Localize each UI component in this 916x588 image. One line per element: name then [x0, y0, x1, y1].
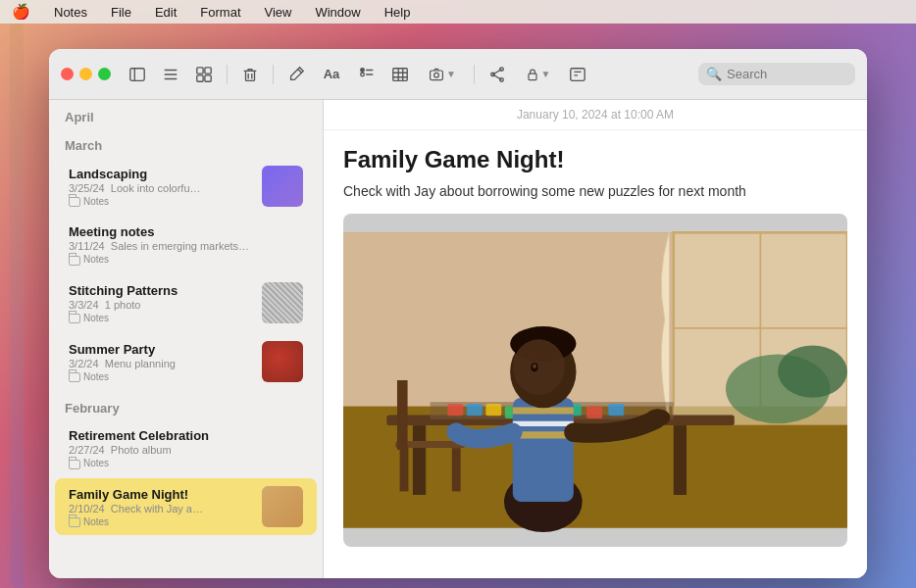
- svg-point-15: [361, 68, 365, 72]
- svg-rect-67: [397, 380, 408, 450]
- note-thumbnail: [262, 486, 303, 527]
- folder-icon: [69, 197, 80, 207]
- svg-rect-43: [413, 425, 426, 495]
- note-title: Retirement Celebration: [69, 428, 303, 443]
- editor-content[interactable]: Family Game Night! Check with Jay about …: [324, 130, 867, 578]
- svg-rect-44: [674, 425, 687, 495]
- note-item-stitching[interactable]: Stitching Patterns 3/3/24 1 photo Notes: [55, 274, 317, 331]
- svg-point-68: [513, 339, 565, 395]
- search-icon: 🔍: [706, 67, 722, 81]
- editor-image: [343, 214, 847, 547]
- note-title: Family Game Night!: [69, 487, 252, 502]
- maximize-button[interactable]: [98, 68, 111, 80]
- svg-rect-6: [205, 67, 211, 73]
- svg-rect-53: [586, 407, 602, 418]
- section-march: March: [49, 128, 323, 157]
- menu-notes[interactable]: Notes: [50, 3, 91, 22]
- svg-rect-9: [246, 71, 255, 80]
- text-format-button[interactable]: Aa: [315, 60, 348, 89]
- new-note-button[interactable]: [281, 60, 311, 89]
- note-tag: Notes: [69, 313, 252, 323]
- note-title: Landscaping: [69, 167, 252, 181]
- svg-line-12: [298, 69, 302, 73]
- svg-point-66: [645, 409, 670, 426]
- note-item-family-game-night[interactable]: Family Game Night! 2/10/24 Check with Ja…: [55, 478, 317, 535]
- window-left-accent: [10, 0, 24, 588]
- svg-rect-30: [571, 68, 585, 80]
- separator-2: [273, 65, 274, 84]
- svg-rect-54: [608, 404, 624, 416]
- separator-3: [474, 65, 475, 84]
- note-meta: 2/10/24 Check with Jay a…: [69, 503, 252, 514]
- menu-help[interactable]: Help: [381, 3, 415, 22]
- apple-menu[interactable]: 🍎: [8, 1, 34, 23]
- svg-point-23: [434, 73, 439, 77]
- note-item-meeting[interactable]: Meeting notes 3/11/24 Sales in emerging …: [55, 217, 317, 272]
- svg-point-41: [778, 346, 847, 398]
- editor-title: Family Game Night!: [343, 146, 847, 173]
- note-item-retirement[interactable]: Retirement Celebration 2/27/24 Photo alb…: [55, 420, 317, 476]
- search-input[interactable]: [727, 67, 844, 81]
- folder-icon: [69, 460, 80, 469]
- table-button[interactable]: [385, 60, 415, 89]
- gallery-view-button[interactable]: [189, 60, 219, 89]
- note-meta: 3/11/24 Sales in emerging markets…: [69, 240, 303, 252]
- menu-window[interactable]: Window: [311, 3, 364, 22]
- menu-bar: 🍎 Notes File Edit Format View Window Hel…: [0, 0, 916, 24]
- svg-rect-5: [197, 67, 203, 73]
- menu-view[interactable]: View: [261, 3, 296, 22]
- note-meta: 2/27/24 Photo album: [69, 444, 303, 456]
- svg-rect-47: [467, 404, 483, 416]
- menu-edit[interactable]: Edit: [151, 3, 180, 22]
- photo-button[interactable]: ▼: [419, 60, 466, 89]
- svg-rect-56: [400, 448, 409, 491]
- note-tag: Notes: [69, 516, 252, 527]
- svg-rect-57: [452, 448, 461, 491]
- toolbar: Aa ▼ ▼ 🔍: [49, 49, 867, 100]
- note-tag: Notes: [69, 196, 252, 207]
- menu-file[interactable]: File: [107, 3, 135, 22]
- menu-format[interactable]: Format: [196, 3, 244, 22]
- svg-point-70: [533, 365, 536, 368]
- list-view-button[interactable]: [156, 60, 185, 89]
- close-button[interactable]: [61, 68, 74, 80]
- note-tag: Notes: [69, 458, 303, 468]
- folder-icon: [69, 256, 80, 266]
- folder-icon: [69, 517, 80, 527]
- section-april: April: [49, 100, 323, 128]
- separator-1: [227, 65, 228, 84]
- svg-line-27: [493, 69, 502, 74]
- svg-rect-7: [197, 74, 203, 80]
- sidebar-toggle-button[interactable]: [123, 60, 152, 89]
- note-item-summer[interactable]: Summer Party 3/2/24 Menu planning Notes: [55, 333, 317, 390]
- checklist-button[interactable]: [352, 60, 382, 89]
- svg-rect-29: [529, 74, 536, 79]
- app-window: Aa ▼ ▼ 🔍: [49, 49, 867, 578]
- delete-button[interactable]: [235, 60, 265, 89]
- lock-button[interactable]: ▼: [516, 60, 559, 89]
- note-title: Meeting notes: [69, 224, 303, 239]
- note-title: Stitching Patterns: [69, 283, 252, 298]
- note-actions-button[interactable]: [563, 60, 592, 89]
- editor-body: Check with Jay about borrowing some new …: [343, 181, 847, 202]
- svg-rect-17: [393, 68, 407, 80]
- folder-icon: [69, 314, 80, 323]
- note-meta: 3/3/24 1 photo: [69, 299, 252, 311]
- traffic-lights: [61, 68, 111, 80]
- svg-rect-22: [431, 71, 443, 80]
- share-button[interactable]: [483, 60, 512, 89]
- sidebar: April March Landscaping 3/25/24 Look int…: [49, 100, 324, 578]
- section-february: February: [49, 391, 323, 419]
- note-editor: January 10, 2024 at 10:00 AM Family Game…: [324, 100, 867, 578]
- note-meta: 3/2/24 Menu planning: [69, 358, 252, 369]
- note-thumbnail: [262, 282, 303, 323]
- minimize-button[interactable]: [79, 68, 92, 80]
- svg-rect-46: [447, 404, 463, 416]
- svg-line-28: [493, 74, 502, 79]
- note-thumbnail: [262, 341, 303, 382]
- svg-rect-48: [485, 404, 501, 416]
- note-thumbnail: [262, 166, 303, 207]
- note-tag: Notes: [69, 254, 303, 265]
- note-item-landscaping[interactable]: Landscaping 3/25/24 Look into colorfu… N…: [55, 158, 317, 215]
- editor-date: January 10, 2024 at 10:00 AM: [324, 100, 867, 130]
